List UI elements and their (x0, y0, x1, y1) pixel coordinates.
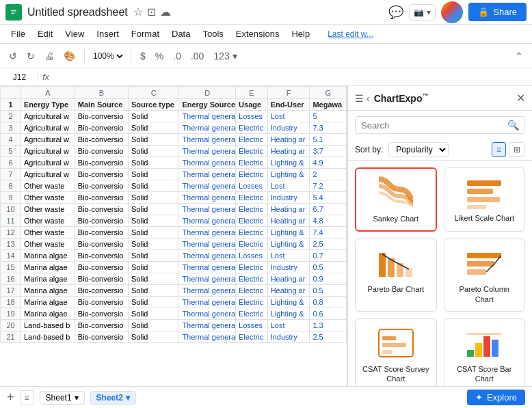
panel-back-button[interactable]: ‹ (367, 93, 370, 104)
table-cell[interactable]: Bio-conversio (75, 180, 128, 192)
col-header-b[interactable]: B (75, 87, 128, 99)
table-cell[interactable]: 4.8 (310, 215, 347, 227)
table-cell[interactable]: Solid (129, 262, 179, 273)
table-cell[interactable]: Land-based b (21, 320, 75, 331)
table-cell[interactable]: Lighting & (267, 169, 310, 180)
table-cell[interactable]: Electric (236, 204, 268, 215)
table-cell[interactable]: Bio-conversio (75, 111, 128, 122)
table-cell[interactable]: Electric (236, 308, 268, 320)
table-cell[interactable]: 5.4 (310, 192, 347, 204)
table-cell[interactable]: Lost (267, 180, 310, 192)
table-cell[interactable]: Bio-conversio (75, 146, 128, 157)
table-cell[interactable]: Thermal genera (179, 111, 236, 122)
table-cell[interactable]: Other waste (21, 192, 75, 204)
col-header-d[interactable]: D (179, 87, 236, 99)
table-cell[interactable]: Heating ar (267, 204, 310, 215)
spreadsheet[interactable]: A B C D E F G 1Energy TypeMain SourceSou… (0, 86, 347, 386)
table-cell[interactable]: 6.7 (310, 204, 347, 215)
add-sheet-button[interactable]: + (7, 390, 14, 405)
table-cell[interactable]: 2.5 (310, 239, 347, 250)
table-cell[interactable]: Bio-conversio (75, 262, 128, 273)
table-cell[interactable]: Electric (236, 122, 268, 134)
table-cell[interactable]: Bio-conversio (75, 227, 128, 239)
table-cell[interactable]: Lost (267, 111, 310, 122)
chart-card-pareto-bar[interactable]: Pareto Bar Chart (355, 239, 437, 312)
table-cell[interactable]: Solid (129, 308, 179, 320)
row-number[interactable]: 6 (1, 157, 21, 169)
table-cell[interactable]: 7.2 (310, 180, 347, 192)
table-cell[interactable]: Bio-conversio (75, 157, 128, 169)
table-cell[interactable]: 0.6 (310, 308, 347, 320)
menu-extensions[interactable]: Extensions (230, 27, 285, 40)
col-header-f[interactable]: F (267, 87, 310, 99)
table-cell[interactable]: Marina algae (21, 262, 75, 273)
table-cell[interactable]: Other waste (21, 227, 75, 239)
row-number[interactable]: 4 (1, 134, 21, 146)
table-cell[interactable]: Electric (236, 192, 268, 204)
table-cell[interactable]: Agricultural w (21, 111, 75, 122)
table-cell[interactable]: Electric (236, 239, 268, 250)
decimal-less-button[interactable]: .0 (170, 49, 185, 64)
row-number[interactable]: 17 (1, 285, 21, 297)
cell-reference[interactable]: J12 (5, 72, 38, 82)
table-cell[interactable]: Thermal genera (179, 192, 236, 204)
table-cell[interactable]: Bio-conversio (75, 134, 128, 146)
table-cell[interactable]: Solid (129, 146, 179, 157)
panel-menu-button[interactable]: ☰ (355, 93, 364, 104)
cloud-icon[interactable]: ☁ (160, 5, 171, 18)
row-number[interactable]: 7 (1, 169, 21, 180)
row-number[interactable]: 8 (1, 180, 21, 192)
table-cell[interactable]: Solid (129, 273, 179, 285)
table-cell[interactable]: Industry (267, 262, 310, 273)
table-cell[interactable]: Lighting & (267, 297, 310, 308)
table-cell[interactable]: Lost (267, 320, 310, 331)
table-cell[interactable]: Bio-conversio (75, 273, 128, 285)
menu-edit[interactable]: Edit (32, 27, 58, 40)
table-cell[interactable]: 5 (310, 111, 347, 122)
table-cell[interactable]: 3.7 (310, 146, 347, 157)
explore-button[interactable]: ✦ Explore (467, 390, 525, 405)
table-cell[interactable]: Solid (129, 111, 179, 122)
table-cell[interactable]: Bio-conversio (75, 192, 128, 204)
table-cell[interactable]: Thermal genera (179, 239, 236, 250)
table-cell[interactable]: 0.7 (310, 250, 347, 262)
table-cell[interactable]: 7.4 (310, 227, 347, 239)
sort-select[interactable]: Popularity Name Recent (388, 142, 449, 157)
table-cell[interactable]: Heating ar (267, 215, 310, 227)
search-input[interactable] (361, 120, 503, 131)
row-number[interactable]: 19 (1, 308, 21, 320)
undo-button[interactable]: ↺ (5, 49, 21, 64)
table-cell[interactable]: Agricultural w (21, 157, 75, 169)
table-cell[interactable]: Electric (236, 215, 268, 227)
table-cell[interactable]: Industry (267, 192, 310, 204)
table-cell[interactable]: Lighting & (267, 308, 310, 320)
table-cell[interactable]: Usage (236, 99, 268, 111)
table-cell[interactable]: 0.9 (310, 273, 347, 285)
chart-card-csat-bar[interactable]: CSAT Score Bar Chart (444, 318, 526, 386)
table-cell[interactable]: Electric (236, 262, 268, 273)
meet-icon[interactable]: 📷 ▾ (409, 4, 436, 21)
table-cell[interactable]: End-User (267, 99, 310, 111)
table-cell[interactable]: Bio-conversio (75, 215, 128, 227)
percent-button[interactable]: % (152, 49, 167, 64)
category-view-button[interactable]: ⊞ (509, 142, 525, 157)
table-cell[interactable]: Heating ar (267, 273, 310, 285)
table-cell[interactable]: Losses (236, 180, 268, 192)
table-cell[interactable]: Marina algae (21, 250, 75, 262)
chart-card-pareto-col[interactable]: Pareto Column Chart (444, 239, 526, 312)
chat-icon[interactable]: 💬 (388, 5, 403, 20)
table-cell[interactable]: 0.5 (310, 262, 347, 273)
col-header-c[interactable]: C (129, 87, 179, 99)
table-cell[interactable]: Heating ar (267, 285, 310, 297)
row-number[interactable]: 11 (1, 215, 21, 227)
table-cell[interactable]: Thermal genera (179, 308, 236, 320)
menu-tools[interactable]: Tools (197, 27, 228, 40)
table-cell[interactable]: Agricultural w (21, 134, 75, 146)
row-number[interactable]: 21 (1, 331, 21, 343)
table-cell[interactable]: Main Source (75, 99, 128, 111)
sheet1-tab[interactable]: Sheet1 ▾ (40, 391, 85, 405)
share-button[interactable]: 🔒 Share (468, 3, 527, 21)
redo-button[interactable]: ↻ (23, 49, 38, 64)
table-cell[interactable]: Thermal genera (179, 297, 236, 308)
col-header-e[interactable]: E (236, 87, 268, 99)
